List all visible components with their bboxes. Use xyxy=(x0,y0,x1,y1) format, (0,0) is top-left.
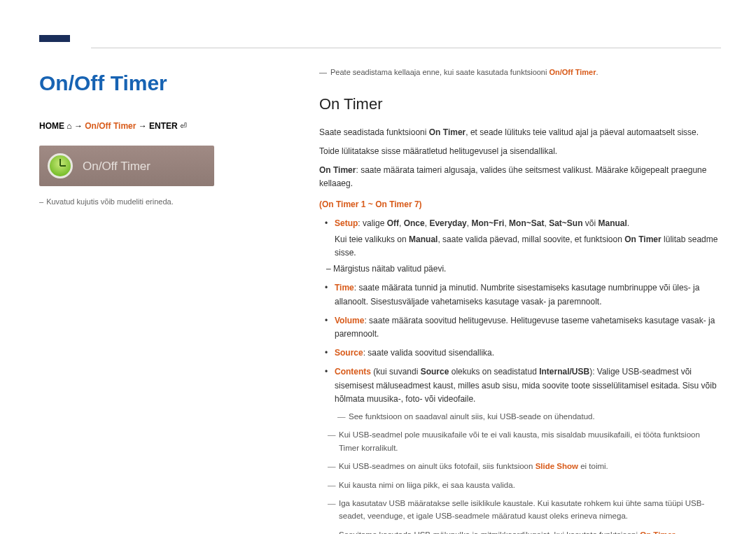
dashed-sublist: See funktsioon on saadaval ainult siis, … xyxy=(335,410,721,423)
sub-line: Kui teie valikuks on Manual, saate valid… xyxy=(335,233,721,260)
list-item: Iga kasutatav USB määratakse selle isikl… xyxy=(329,497,721,523)
clock-icon xyxy=(48,153,73,178)
list-item: Volume: saate määrata soovitud helitugev… xyxy=(335,314,721,341)
dashed-notes: Kui USB-seadmel pole muusikafaile või te… xyxy=(319,428,721,534)
breadcrumb-enter: ENTER xyxy=(149,121,178,131)
top-note-text: Peate seadistama kellaaja enne, kui saat… xyxy=(330,68,549,76)
breadcrumb-arrow: → xyxy=(139,121,147,131)
list-item: See funktsioon on saadaval ainult siis, … xyxy=(339,410,721,423)
left-column: On/Off Timer HOME ⌂ → On/Off Timer → ENT… xyxy=(39,66,277,209)
paragraph: On Timer: saate määrata taimeri algusaja… xyxy=(319,164,721,190)
top-note: ―Peate seadistama kellaaja enne, kui saa… xyxy=(319,66,721,79)
breadcrumb-home: HOME xyxy=(39,121,64,131)
sub-line: –Märgistus näitab valitud päevi. xyxy=(335,262,721,276)
paragraph: Toide lülitatakse sisse määratletud heli… xyxy=(319,145,721,158)
list-item: Contents (kui suvandi Source olekuks on … xyxy=(335,365,721,423)
bullet-list: Setup: valige Off, Once, Everyday, Mon~F… xyxy=(319,217,721,423)
sub-heading: (On Timer 1 ~ On Timer 7) xyxy=(319,198,721,211)
right-column: ―Peate seadistama kellaaja enne, kui saa… xyxy=(319,66,721,534)
breadcrumb-item: On/Off Timer xyxy=(85,121,136,131)
top-note-bold: On/Off Timer xyxy=(549,68,596,76)
page-corner-mark xyxy=(39,35,70,42)
home-icon: ⌂ xyxy=(66,121,74,131)
paragraph: Saate seadistada funktsiooni On Timer, e… xyxy=(319,126,721,139)
top-divider xyxy=(91,48,721,48)
list-item: Kui kausta nimi on liiga pikk, ei saa ka… xyxy=(329,479,721,491)
list-item: Time: saate määrata tunnid ja minutid. N… xyxy=(335,281,721,308)
menu-preview-label: On/Off Timer xyxy=(83,157,150,176)
list-item: Setup: valige Off, Once, Everyday, Mon~F… xyxy=(335,217,721,276)
list-item: Soovitame kasutada USB-mälupulka ja mitm… xyxy=(329,528,721,534)
list-item: Source: saate valida soovitud sisendalli… xyxy=(335,346,721,360)
enter-icon: ⏎ xyxy=(180,121,187,131)
list-item: Kui USB-seadmes on ainult üks fotofail, … xyxy=(329,460,721,472)
menu-preview: On/Off Timer xyxy=(39,146,214,186)
breadcrumb: HOME ⌂ → On/Off Timer → ENTER ⏎ xyxy=(39,120,277,133)
breadcrumb-arrow: → xyxy=(74,121,83,131)
caption-text: Kuvatud kujutis võib mudeliti erineda. xyxy=(46,197,174,206)
section-title: On Timer xyxy=(319,92,721,116)
page-title: On/Off Timer xyxy=(39,66,277,100)
preview-caption: –Kuvatud kujutis võib mudeliti erineda. xyxy=(39,196,277,209)
list-item: Kui USB-seadmel pole muusikafaile või te… xyxy=(329,428,721,454)
